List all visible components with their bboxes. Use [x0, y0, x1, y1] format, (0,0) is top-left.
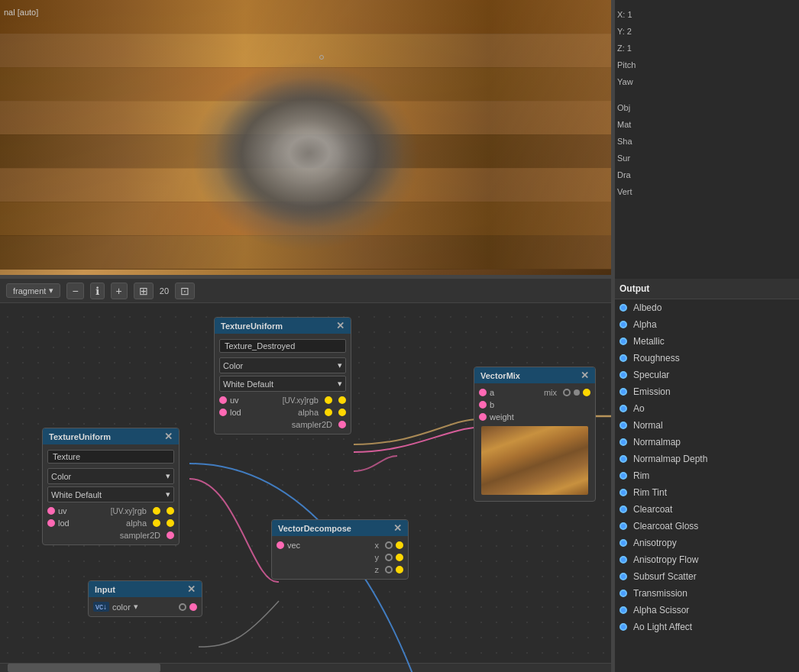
vertical-divider[interactable]: [611, 0, 615, 672]
zoom-in-button[interactable]: +: [111, 283, 128, 299]
uv-socket-in-2: [47, 507, 55, 515]
output-panel: Output AlbedoAlphaMetallicRoughnessSpecu…: [611, 279, 799, 672]
output-socket-3: [619, 354, 627, 362]
node-close-vector-mix[interactable]: ✕: [581, 370, 589, 380]
sampler2d-row-1: sampler2D: [215, 418, 351, 431]
weight-socket-in: [479, 413, 487, 421]
node-header-texture-uniform-1[interactable]: TextureUniform ✕: [215, 318, 351, 334]
mode-label: fragment: [13, 286, 46, 296]
node-texture-uniform-2[interactable]: TextureUniform ✕ Texture Color ▾ White D…: [42, 428, 180, 545]
output-socket-11: [619, 489, 627, 496]
viewport-label: nal [auto]: [4, 8, 38, 17]
node-close-vector-decompose[interactable]: ✕: [393, 523, 402, 533]
node-editor-scrollbar[interactable]: [0, 663, 611, 672]
output-socket-18: [619, 606, 627, 614]
stat-yaw: Yaw: [617, 73, 793, 90]
output-item-alpha: Alpha: [612, 316, 799, 333]
node-header-texture-uniform-2[interactable]: TextureUniform ✕: [43, 428, 179, 444]
z-socket-out: [396, 566, 403, 573]
lod-socket-in-2: [47, 519, 55, 527]
node-close-texture-uniform-2[interactable]: ✕: [164, 431, 173, 441]
mode-select[interactable]: fragment ▾: [6, 283, 60, 298]
color-select-1[interactable]: Color ▾: [219, 357, 346, 373]
output-label-9: Normalmap Depth: [633, 454, 707, 464]
white-default-select-2[interactable]: White Default ▾: [47, 486, 174, 502]
output-label-12: Clearcoat: [633, 504, 672, 515]
output-label-6: Ao: [633, 403, 645, 414]
vec-row: vec x: [272, 539, 408, 551]
viewport-auto-label: [auto]: [18, 8, 39, 17]
y-row: y: [272, 551, 408, 564]
output-socket-6: [619, 405, 627, 412]
node-texture-uniform-1[interactable]: TextureUniform ✕ Texture_Destroyed Color…: [214, 317, 351, 435]
white-default-select-1[interactable]: White Default ▾: [219, 376, 346, 392]
sampler2d-socket-2: [167, 531, 174, 539]
output-socket-5: [619, 388, 627, 396]
output-item-normalmap-depth: Normalmap Depth: [612, 451, 799, 467]
node-close-texture-uniform-1[interactable]: ✕: [336, 321, 345, 331]
page-button[interactable]: ⊡: [175, 283, 195, 299]
node-header-input[interactable]: Input ✕: [89, 581, 202, 597]
texture-name-1[interactable]: Texture_Destroyed: [219, 339, 346, 353]
node-header-vector-mix[interactable]: VectorMix ✕: [474, 367, 595, 383]
uv-socket-in-1: [219, 396, 227, 404]
z-row: z: [272, 564, 408, 576]
node-vector-decompose[interactable]: VectorDecompose ✕ vec x y: [271, 519, 409, 580]
output-label-1: Alpha: [633, 319, 657, 330]
stat-sha: Sha: [617, 133, 793, 150]
output-label-8: Normalmap: [633, 437, 681, 447]
node-close-input[interactable]: ✕: [187, 584, 196, 594]
b-row: b: [474, 399, 595, 411]
mix-socket-out: [583, 389, 590, 396]
arrange-button[interactable]: ⊞: [134, 283, 154, 299]
output-socket-16: [619, 573, 627, 580]
output-item-clearcoat-gloss: Clearcoat Gloss: [612, 518, 799, 535]
output-socket-15: [619, 556, 627, 564]
output-label-0: Albedo: [633, 302, 662, 313]
output-label-17: Transmission: [633, 588, 687, 599]
sampler2d-socket-1: [338, 421, 346, 428]
node-editor[interactable]: fragment ▾ − ℹ + ⊞ 20 ⊡ TextureUniform ✕…: [0, 279, 611, 672]
output-item-albedo: Albedo: [612, 299, 799, 316]
output-item-roughness: Roughness: [612, 350, 799, 367]
node-title-input: Input: [95, 585, 115, 594]
node-input[interactable]: Input ✕ vc↓ color ▾: [88, 580, 202, 617]
output-item-anisotropy: Anisotropy: [612, 535, 799, 551]
output-socket-2: [619, 338, 627, 345]
stat-vert: Vert: [617, 183, 793, 200]
x-socket: [385, 541, 393, 549]
color-chevron: ▾: [134, 602, 138, 612]
zoom-out-button[interactable]: −: [66, 283, 83, 299]
scrollbar-thumb[interactable]: [8, 664, 160, 672]
node-header-vector-decompose[interactable]: VectorDecompose ✕: [272, 520, 408, 536]
output-label-16: Subsurf Scatter: [633, 571, 697, 582]
b-socket-in: [479, 401, 487, 409]
output-socket-9: [619, 455, 627, 463]
output-items-list: AlbedoAlphaMetallicRoughnessSpecularEmis…: [612, 299, 799, 635]
output-label-15: Anisotropy Flow: [633, 554, 698, 565]
vec-socket-in: [277, 541, 284, 549]
texture-name-2[interactable]: Texture: [47, 450, 174, 464]
output-item-ao-light-affect: Ao Light Affect: [612, 619, 799, 635]
y-socket-out: [396, 554, 403, 561]
output-item-specular: Specular: [612, 367, 799, 383]
color-row-input: vc↓ color ▾: [89, 600, 202, 613]
output-label-14: Anisotropy: [633, 538, 677, 548]
node-title-vector-mix: VectorMix: [480, 371, 520, 380]
color-socket-out-b: [189, 603, 197, 611]
uv-row-1: uv [UV.xy] rgb: [215, 394, 351, 406]
viewport-mode: nal: [4, 8, 15, 17]
output-label-10: Rim: [633, 470, 649, 481]
output-socket-19: [619, 623, 627, 631]
output-socket-4: [619, 371, 627, 379]
stat-obj: Obj: [617, 99, 793, 116]
stat-x: X: 1: [617, 6, 793, 23]
color-select-2[interactable]: Color ▾: [47, 468, 174, 484]
lod-row-1: lod alpha: [215, 406, 351, 418]
stats-panel: X: 1 Y: 2 Z: 1 Pitch Yaw Obj Mat Sha Sur…: [611, 0, 799, 279]
info-button[interactable]: ℹ: [90, 283, 105, 299]
mode-chevron-icon: ▾: [49, 286, 53, 296]
node-vector-mix[interactable]: VectorMix ✕ a mix b weight: [474, 367, 596, 502]
rgb-socket-out-1: [325, 396, 332, 404]
output-label-4: Specular: [633, 370, 669, 380]
